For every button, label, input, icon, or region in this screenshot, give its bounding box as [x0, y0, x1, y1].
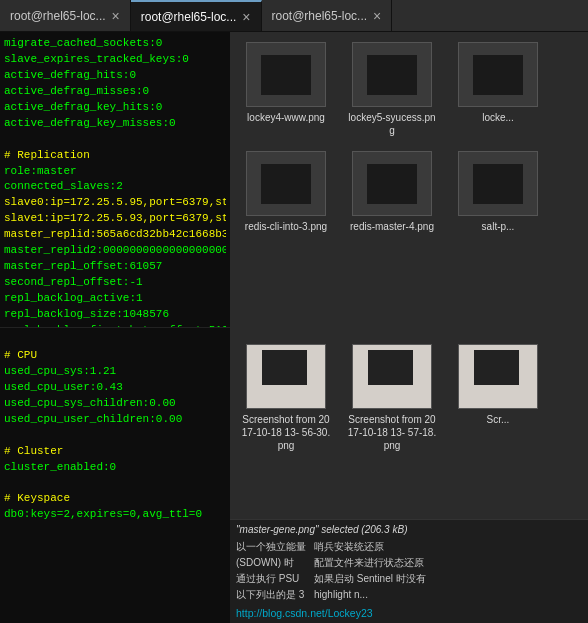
terminal-line: master_replid2:0000000000000000000000000…	[4, 243, 226, 259]
terminal-line: migrate_cached_sockets:0	[4, 36, 226, 52]
file-name: Screenshot from 2017-10-18 13- 57-18.png	[346, 413, 438, 452]
file-pane: lockey4-www.png lockey5-syucess.png lock…	[230, 32, 588, 623]
file-name: redis-master-4.png	[350, 220, 434, 233]
file-thumbnail	[246, 151, 326, 216]
file-name: Scr...	[487, 413, 510, 426]
terminal-line: role:master	[4, 164, 226, 180]
status-right-1: 哨兵安装统还原	[314, 539, 426, 555]
tab-1-close[interactable]: ×	[112, 8, 120, 24]
file-thumbnail	[352, 344, 432, 409]
tab-1-label: root@rhel65-loc...	[10, 9, 106, 23]
file-name: Screenshot from 2017-10-18 13- 56-30.png	[240, 413, 332, 452]
thumb-inner	[473, 164, 523, 204]
status-line-3: 通过执行 PSU	[236, 571, 306, 587]
bottom-section: Screenshot from 2017-10-18 13- 56-30.png…	[230, 334, 588, 624]
status-line-2: (SDOWN) 时	[236, 555, 306, 571]
main-content: migrate_cached_sockets:0 slave_expires_t…	[0, 32, 588, 623]
status-right-4: highlight n...	[314, 587, 426, 603]
terminal-line: cluster_enabled:0	[4, 460, 226, 476]
url-display[interactable]: http://blog.csdn.net/Lockey23	[236, 607, 582, 619]
terminal-line: slave_expires_tracked_keys:0	[4, 52, 226, 68]
terminal-line	[4, 332, 226, 348]
file-grid-top: lockey4-www.png lockey5-syucess.png lock…	[230, 32, 588, 334]
tab-3-close[interactable]: ×	[373, 8, 381, 24]
file-thumbnail	[458, 151, 538, 216]
file-item[interactable]: lockey4-www.png	[236, 38, 336, 141]
status-cols: 以一个独立能量 (SDOWN) 时 通过执行 PSU 以下列出的是 3 哨兵安装…	[236, 539, 426, 603]
tab-2-label: root@rhel65-loc...	[141, 10, 237, 24]
terminal-line: connected_slaves:2	[4, 179, 226, 195]
terminal-line: db0:keys=2,expires=0,avg_ttl=0	[4, 507, 226, 523]
terminal-line: second_repl_offset:-1	[4, 275, 226, 291]
thumb-inner	[261, 55, 311, 95]
status-info-area: "master-gene.png" selected (206.3 kB) 以一…	[230, 519, 588, 623]
thumb-inner	[473, 55, 523, 95]
file-thumbnail	[246, 42, 326, 107]
file-name: locke...	[482, 111, 514, 124]
selected-file-info: "master-gene.png" selected (206.3 kB)	[236, 524, 582, 535]
file-name: lockey5-syucess.png	[346, 111, 438, 137]
terminal-line: master_replid:565a6cd32bb42c1668b3472097…	[4, 227, 226, 243]
terminal-line: active_defrag_hits:0	[4, 68, 226, 84]
tab-bar: root@rhel65-loc... × root@rhel65-loc... …	[0, 0, 588, 32]
file-item[interactable]: locke...	[448, 38, 548, 141]
terminal-line	[4, 428, 226, 444]
file-thumbnail	[458, 344, 538, 409]
right-status-col: 哨兵安装统还原 配置文件来进行状态还原 如果启动 Sentinel 时没有 hi…	[314, 539, 426, 603]
thumb-inner	[368, 350, 413, 385]
terminal-bottom: # CPU used_cpu_sys:1.21 used_cpu_user:0.…	[0, 327, 230, 623]
terminal-line: active_defrag_misses:0	[4, 84, 226, 100]
tab-3-label: root@rhel65-loc...	[272, 9, 368, 23]
terminal-line: used_cpu_user:0.43	[4, 380, 226, 396]
file-item[interactable]: lockey5-syucess.png	[342, 38, 442, 141]
keyspace-header: # Keyspace	[4, 491, 226, 507]
file-name: lockey4-www.png	[247, 111, 325, 124]
terminal-line: slave0:ip=172.25.5.95,port=6379,state=on…	[4, 195, 226, 211]
status-right-2: 配置文件来进行状态还原	[314, 555, 426, 571]
file-thumbnail	[246, 344, 326, 409]
file-item[interactable]: salt-p...	[448, 147, 548, 237]
file-item[interactable]: Screenshot from 2017-10-18 13- 56-30.png	[236, 340, 336, 456]
terminal-line: repl_backlog_active:1	[4, 291, 226, 307]
status-line-4: 以下列出的是 3	[236, 587, 306, 603]
file-thumbnail	[352, 151, 432, 216]
status-line-1: 以一个独立能量	[236, 539, 306, 555]
file-item[interactable]: Scr...	[448, 340, 548, 456]
terminal-line: used_cpu_sys:1.21	[4, 364, 226, 380]
file-name: salt-p...	[482, 220, 515, 233]
file-item[interactable]: redis-master-4.png	[342, 147, 442, 237]
tab-1[interactable]: root@rhel65-loc... ×	[0, 0, 131, 31]
terminal-line: used_cpu_user_children:0.00	[4, 412, 226, 428]
thumb-inner	[262, 350, 307, 385]
terminal-line	[4, 132, 226, 148]
terminal-line: master_repl_offset:61057	[4, 259, 226, 275]
thumb-inner	[261, 164, 311, 204]
tab-2[interactable]: root@rhel65-loc... ×	[131, 0, 262, 31]
file-item[interactable]: Screenshot from 2017-10-18 13- 57-18.png	[342, 340, 442, 456]
terminal-line	[4, 475, 226, 491]
tab-2-close[interactable]: ×	[242, 9, 250, 25]
file-thumbnail	[458, 42, 538, 107]
file-item[interactable]: redis-cli-into-3.png	[236, 147, 336, 237]
replication-header: # Replication	[4, 148, 226, 164]
cpu-header: # CPU	[4, 348, 226, 364]
thumb-inner	[367, 55, 417, 95]
status-rows: "master-gene.png" selected (206.3 kB) 以一…	[236, 524, 582, 619]
terminal-line: slave1:ip=172.25.5.93,port=6379,state=on…	[4, 211, 226, 227]
status-right-3: 如果启动 Sentinel 时没有	[314, 571, 426, 587]
left-status-col: 以一个独立能量 (SDOWN) 时 通过执行 PSU 以下列出的是 3	[236, 539, 306, 603]
thumb-inner	[367, 164, 417, 204]
tab-3[interactable]: root@rhel65-loc... ×	[262, 0, 393, 31]
thumb-inner	[474, 350, 519, 385]
file-grid-bottom: Screenshot from 2017-10-18 13- 56-30.png…	[230, 334, 588, 520]
terminal-line: active_defrag_key_misses:0	[4, 116, 226, 132]
terminal-line: used_cpu_sys_children:0.00	[4, 396, 226, 412]
cluster-header: # Cluster	[4, 444, 226, 460]
terminal-pane: migrate_cached_sockets:0 slave_expires_t…	[0, 32, 230, 327]
terminal-line: active_defrag_key_hits:0	[4, 100, 226, 116]
terminal-line: repl_backlog_size:1048576	[4, 307, 226, 323]
file-thumbnail	[352, 42, 432, 107]
file-name: redis-cli-into-3.png	[245, 220, 327, 233]
